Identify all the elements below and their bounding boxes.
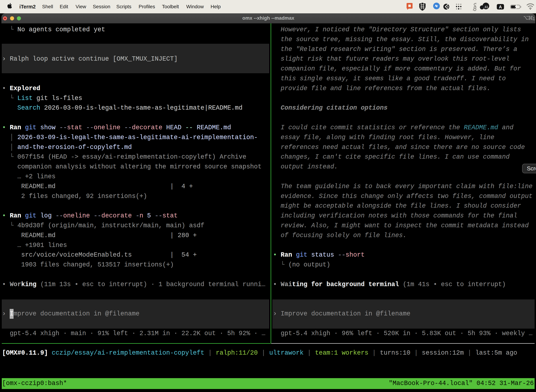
svg-text:A: A xyxy=(499,5,502,9)
svg-text:..61: ..61 xyxy=(483,5,488,9)
